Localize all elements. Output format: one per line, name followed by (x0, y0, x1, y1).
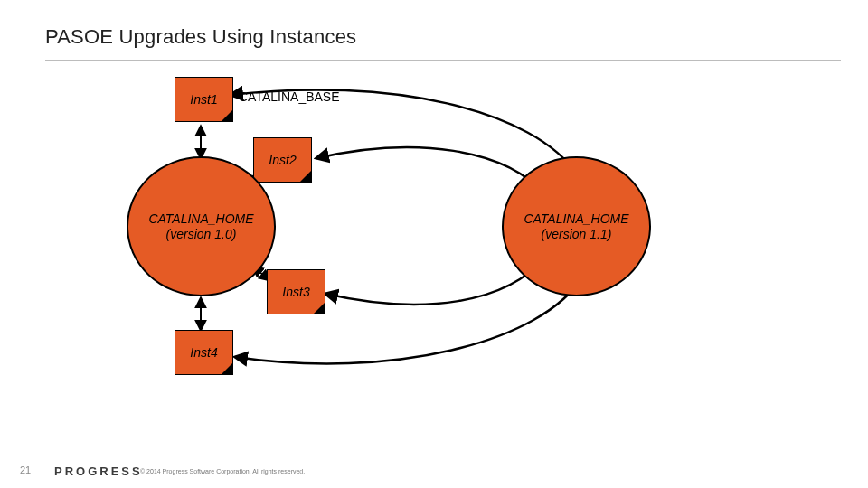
brand-logo: PROGRESS (54, 465, 143, 478)
footer-divider (41, 455, 841, 455)
instance-note-inst1: Inst1 (175, 77, 233, 122)
catalina-home-left-line2: (version 1.0) (166, 227, 237, 242)
catalina-base-label: CATALINA_BASE (239, 90, 347, 104)
title-divider (45, 60, 841, 61)
copyright: © 2014 Progress Software Corporation. Al… (140, 468, 305, 474)
catalina-home-left-line1: CATALINA_HOME (148, 211, 253, 227)
page-title: PASOE Upgrades Using Instances (45, 25, 356, 49)
instance-note-inst3: Inst3 (267, 269, 326, 314)
instance-note-inst2: Inst2 (253, 137, 312, 183)
catalina-home-right: CATALINA_HOME (version 1.1) (502, 156, 651, 296)
catalina-home-left: CATALINA_HOME (version 1.0) (127, 156, 276, 296)
instance-label: Inst1 (190, 92, 217, 107)
instance-label: Inst4 (190, 345, 217, 360)
instance-label: Inst3 (282, 285, 309, 299)
catalina-home-right-line2: (version 1.1) (542, 227, 612, 242)
instance-label: Inst2 (269, 153, 296, 167)
catalina-home-right-line1: CATALINA_HOME (524, 211, 628, 227)
instance-note-inst4: Inst4 (175, 330, 233, 375)
page-number: 21 (20, 465, 31, 475)
slide: PASOE Upgrades Using Instances Inst1 (0, 0, 868, 488)
